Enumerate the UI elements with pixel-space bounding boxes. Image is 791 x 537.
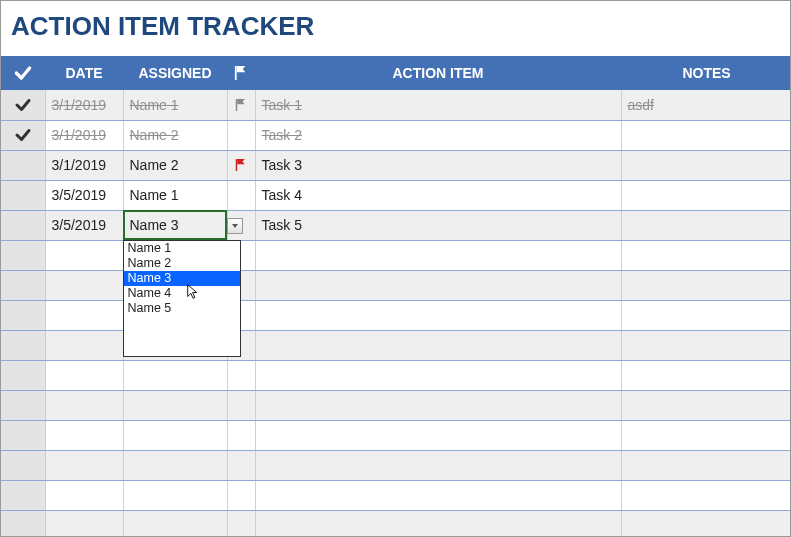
date-cell[interactable]: 3/1/2019 [45,120,123,150]
flag-cell[interactable] [227,180,255,210]
assigned-value: Name 1 [130,97,179,113]
empty-cell[interactable] [621,240,791,270]
empty-cell[interactable] [1,240,45,270]
header-flag[interactable] [227,56,255,90]
done-cell[interactable] [1,150,45,180]
empty-cell[interactable] [1,360,45,390]
empty-cell[interactable] [1,330,45,360]
notes-cell[interactable] [621,150,791,180]
header-assigned[interactable]: ASSIGNED [123,56,227,90]
empty-cell[interactable] [255,510,621,537]
notes-cell[interactable] [621,210,791,240]
notes-cell[interactable] [621,180,791,210]
action-cell[interactable]: Task 5 [255,210,621,240]
empty-cell[interactable] [123,510,227,537]
empty-cell[interactable] [255,330,621,360]
empty-cell[interactable] [45,240,123,270]
empty-cell[interactable] [45,330,123,360]
done-cell[interactable] [1,180,45,210]
empty-cell[interactable] [255,360,621,390]
empty-cell[interactable] [227,450,255,480]
empty-cell[interactable] [621,420,791,450]
empty-cell[interactable] [1,450,45,480]
notes-cell[interactable]: asdf [621,90,791,120]
dropdown-item[interactable]: Name 4 [124,286,240,301]
empty-cell[interactable] [45,480,123,510]
dropdown-item[interactable]: Name 5 [124,301,240,316]
empty-cell[interactable] [45,420,123,450]
table-header-row: DATE ASSIGNED ACTION ITEM NOTES [1,56,791,90]
empty-cell[interactable] [1,510,45,537]
done-cell[interactable] [1,90,45,120]
dropdown-item[interactable]: Name 3 [124,271,240,286]
empty-cell[interactable] [255,480,621,510]
check-icon [13,63,33,83]
empty-cell[interactable] [255,390,621,420]
empty-cell[interactable] [123,360,227,390]
date-cell[interactable]: 3/1/2019 [45,90,123,120]
assigned-cell[interactable]: Name 3Name 1Name 2Name 3Name 4Name 5 [123,210,227,240]
empty-cell[interactable] [227,480,255,510]
flag-cell[interactable] [227,150,255,180]
header-notes[interactable]: NOTES [621,56,791,90]
empty-cell[interactable] [45,450,123,480]
empty-cell[interactable] [255,240,621,270]
empty-cell[interactable] [255,450,621,480]
empty-cell[interactable] [45,360,123,390]
empty-cell[interactable] [621,270,791,300]
empty-cell[interactable] [45,270,123,300]
header-done[interactable] [1,56,45,90]
empty-cell[interactable] [621,480,791,510]
assigned-cell[interactable]: Name 1 [123,180,227,210]
empty-cell[interactable] [1,480,45,510]
empty-cell[interactable] [1,300,45,330]
dropdown-list[interactable]: Name 1Name 2Name 3Name 4Name 5 [123,240,241,357]
empty-cell[interactable] [621,510,791,537]
empty-cell[interactable] [227,390,255,420]
notes-cell[interactable] [621,120,791,150]
empty-cell[interactable] [45,300,123,330]
empty-cell[interactable] [1,390,45,420]
empty-cell[interactable] [621,450,791,480]
action-cell[interactable]: Task 3 [255,150,621,180]
date-cell[interactable]: 3/5/2019 [45,210,123,240]
empty-cell[interactable] [123,390,227,420]
date-cell[interactable]: 3/5/2019 [45,180,123,210]
empty-cell[interactable] [1,420,45,450]
empty-cell[interactable] [227,510,255,537]
empty-cell[interactable] [621,300,791,330]
empty-cell[interactable] [621,390,791,420]
empty-cell[interactable] [227,420,255,450]
empty-cell[interactable] [123,420,227,450]
dropdown-toggle-button[interactable] [227,218,243,234]
table-row-empty [1,450,791,480]
empty-cell[interactable] [227,360,255,390]
flag-cell[interactable] [227,90,255,120]
action-cell[interactable]: Task 4 [255,180,621,210]
header-date[interactable]: DATE [45,56,123,90]
assigned-cell[interactable]: Name 1 [123,90,227,120]
empty-cell[interactable] [621,360,791,390]
empty-cell[interactable] [45,390,123,420]
assigned-cell[interactable]: Name 2 [123,120,227,150]
done-cell[interactable] [1,210,45,240]
empty-cell[interactable] [45,510,123,537]
dropdown-item[interactable]: Name 1 [124,241,240,256]
assigned-cell[interactable]: Name 2 [123,150,227,180]
empty-cell[interactable] [123,450,227,480]
assigned-value: Name 2 [130,127,179,143]
dropdown-item[interactable]: Name 2 [124,256,240,271]
action-cell[interactable]: Task 1 [255,90,621,120]
table-row-empty [1,300,791,330]
action-cell[interactable]: Task 2 [255,120,621,150]
date-cell[interactable]: 3/1/2019 [45,150,123,180]
header-action[interactable]: ACTION ITEM [255,56,621,90]
empty-cell[interactable] [255,420,621,450]
done-cell[interactable] [1,120,45,150]
empty-cell[interactable] [621,330,791,360]
empty-cell[interactable] [123,480,227,510]
empty-cell[interactable] [255,270,621,300]
flag-cell[interactable] [227,120,255,150]
empty-cell[interactable] [1,270,45,300]
empty-cell[interactable] [255,300,621,330]
